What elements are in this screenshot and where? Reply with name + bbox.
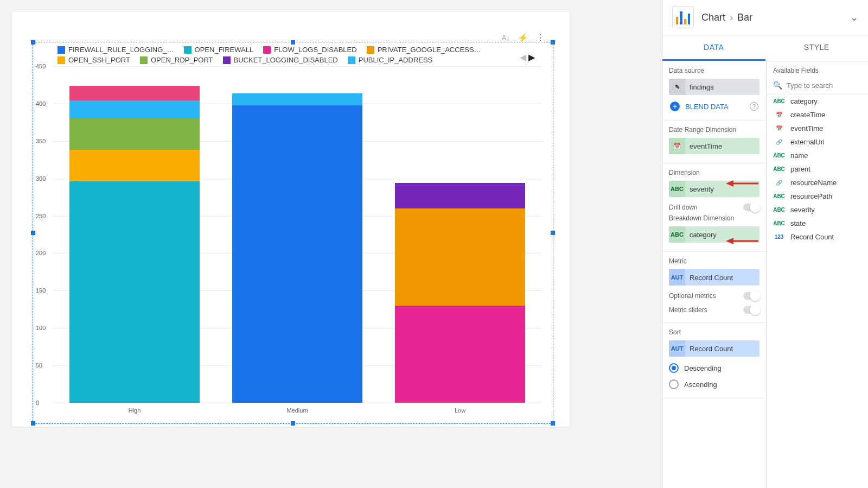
bar-segment[interactable] (69, 150, 200, 181)
panel-header: Chart › Bar ⌄ (662, 0, 868, 35)
date-range-chip[interactable]: 📅 eventTime (669, 138, 760, 154)
field-type-icon: ABC (773, 98, 785, 104)
section-title: Metric (669, 257, 760, 265)
metric-chip[interactable]: AUT Record Count (669, 269, 760, 286)
optional-metrics-toggle[interactable] (743, 292, 760, 300)
legend-item[interactable]: PUBLIC_IP_ADDRESS (348, 56, 433, 64)
field-type-icon: ABC (773, 207, 785, 213)
field-item[interactable]: 📅createTime (767, 108, 868, 122)
resize-handle[interactable] (31, 231, 35, 235)
sort-ascending[interactable]: Ascending (669, 376, 760, 392)
field-item[interactable]: 🔗externalUri (767, 135, 868, 149)
field-type-icon: ABC (773, 153, 785, 159)
field-name: name (790, 151, 808, 160)
legend-label: BUCKET_LOGGING_DISABLED (234, 56, 338, 64)
x-tick: Low (395, 407, 525, 414)
breakdown-chip[interactable]: ABC category (669, 226, 760, 243)
field-name: parent (790, 165, 810, 173)
legend-pager[interactable]: ◀ ▶ (520, 52, 535, 62)
field-item[interactable]: ABCseverity (767, 203, 868, 217)
bar-segment[interactable] (395, 306, 525, 403)
x-tick: High (69, 407, 200, 414)
bar-group[interactable]: High (69, 86, 200, 403)
legend-label: FIREWALL_RULE_LOGGING_… (68, 46, 174, 54)
section-title: Data source (669, 67, 760, 74)
bar-segment[interactable] (69, 181, 200, 403)
pencil-icon: ✎ (669, 79, 685, 95)
sort-icon[interactable]: A↓ (502, 34, 510, 42)
y-tick: 400 (36, 100, 46, 107)
more-icon[interactable]: ⋮ (536, 33, 545, 43)
chevron-down-icon[interactable]: ⌄ (850, 11, 858, 23)
radio-icon (669, 363, 679, 373)
resize-handle[interactable] (551, 40, 555, 45)
data-source-chip[interactable]: ✎ findings (669, 79, 760, 95)
color-swatch (367, 46, 374, 54)
metric-sliders-label: Metric sliders (669, 306, 707, 314)
bar-group[interactable]: Medium (232, 93, 362, 403)
field-item[interactable]: 🔗resourceName (767, 176, 868, 189)
color-swatch (184, 46, 192, 54)
abc-type-icon: ABC (669, 181, 685, 197)
field-type-icon: 🔗 (773, 180, 785, 186)
optional-metrics-label: Optional metrics (669, 292, 716, 300)
color-swatch (140, 56, 148, 64)
bar-chart-icon[interactable] (672, 7, 694, 28)
chart-plot: 050100150200250300350400450HighMediumLow (53, 66, 541, 403)
bar-segment[interactable] (232, 93, 362, 105)
resize-handle[interactable] (551, 421, 555, 426)
bar-segment[interactable] (69, 118, 200, 150)
help-icon[interactable]: ? (750, 102, 758, 111)
tab-style[interactable]: STYLE (765, 35, 869, 61)
sort-field-chip[interactable]: AUT Record Count (669, 340, 760, 357)
canvas[interactable]: A↓ ⚡ ⋮ FIREWALL_RULE_LOGGING_…OPEN_FIREW… (0, 0, 662, 488)
bar-segment[interactable] (69, 100, 200, 118)
field-search[interactable]: 🔍 (767, 77, 868, 94)
field-item[interactable]: 📅eventTime (767, 122, 868, 135)
tab-data[interactable]: DATA (662, 35, 765, 61)
bolt-icon[interactable]: ⚡ (518, 33, 528, 43)
color-swatch (58, 56, 65, 64)
field-item[interactable]: ABCparent (767, 162, 868, 176)
legend-prev-icon[interactable]: ◀ (520, 52, 526, 62)
field-item[interactable]: 123Record Count (767, 230, 868, 244)
section-title: Dimension (669, 169, 760, 176)
field-item[interactable]: ABCcategory (767, 94, 868, 108)
legend-next-icon[interactable]: ▶ (528, 52, 535, 62)
resize-handle[interactable] (31, 40, 35, 45)
legend-item[interactable]: BUCKET_LOGGING_DISABLED (223, 56, 338, 64)
legend-item[interactable]: OPEN_SSH_PORT (58, 56, 130, 64)
drill-down-toggle[interactable] (743, 204, 760, 211)
legend-item[interactable]: OPEN_RDP_PORT (140, 56, 213, 64)
chart-tools: A↓ ⚡ ⋮ (502, 33, 545, 43)
bar-segment[interactable] (395, 208, 525, 306)
legend-item[interactable]: PRIVATE_GOOGLE_ACCESS… (367, 46, 481, 54)
chart-card[interactable]: A↓ ⚡ ⋮ FIREWALL_RULE_LOGGING_…OPEN_FIREW… (12, 12, 570, 427)
color-swatch (223, 56, 231, 64)
resize-handle[interactable] (291, 40, 295, 45)
bar-group[interactable]: Low (395, 183, 525, 403)
legend-item[interactable]: FIREWALL_RULE_LOGGING_… (58, 46, 174, 54)
legend: FIREWALL_RULE_LOGGING_…OPEN_FIREWALLFLOW… (58, 46, 502, 64)
bar-segment[interactable] (232, 105, 362, 403)
blend-data-button[interactable]: + BLEND DATA ? (669, 98, 760, 115)
resize-handle[interactable] (291, 421, 295, 426)
section-title: Date Range Dimension (669, 126, 760, 134)
bar-segment[interactable] (395, 183, 525, 208)
dimension-chip[interactable]: ABC severity (669, 181, 760, 197)
y-tick: 300 (36, 175, 46, 182)
legend-item[interactable]: OPEN_FIREWALL (184, 46, 254, 54)
y-tick: 450 (36, 63, 46, 69)
field-item[interactable]: ABCresourcePath (767, 189, 868, 203)
field-item[interactable]: ABCstate (767, 217, 868, 230)
crumb-root[interactable]: Chart (701, 12, 725, 23)
resize-handle[interactable] (31, 421, 35, 426)
search-input[interactable] (787, 81, 868, 90)
bar-segment[interactable] (69, 86, 200, 101)
metric-sliders-toggle[interactable] (743, 306, 760, 314)
field-type-icon: 🔗 (773, 139, 785, 145)
sort-descending[interactable]: Descending (669, 360, 760, 376)
resize-handle[interactable] (551, 231, 555, 235)
field-item[interactable]: ABCname (767, 149, 868, 162)
legend-item[interactable]: FLOW_LOGS_DISABLED (263, 46, 356, 54)
